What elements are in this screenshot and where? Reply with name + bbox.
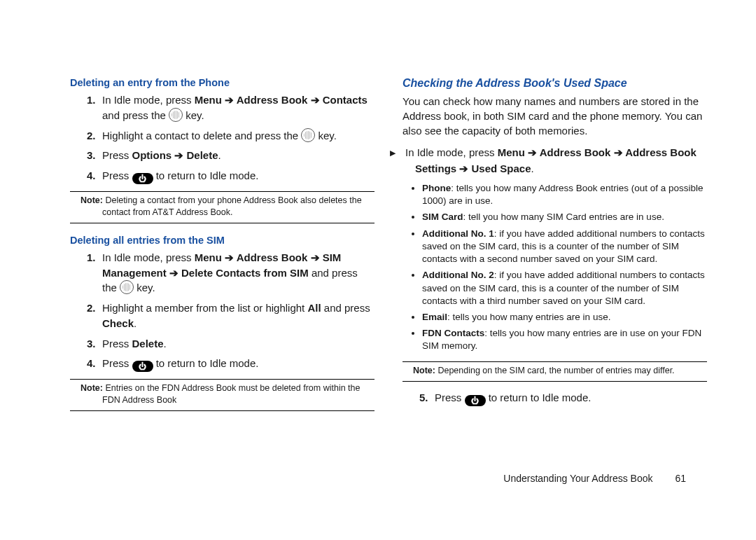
left-column: Deleting an entry from the Phone 1.In Id… <box>70 77 374 469</box>
used-space-bullets: Phone: tells you how many Address Book e… <box>422 182 707 353</box>
list-item: 4.Press ⏻ to return to Idle mode. <box>102 168 374 184</box>
list-item: SIM Card: tell you how many SIM Card ent… <box>422 211 707 223</box>
list-item: 3.Press Delete. <box>102 336 374 352</box>
list-item: FDN Contacts: tells you how many entries… <box>422 327 707 352</box>
note-delete-entry-phone: Note: Deleting a contact from your phone… <box>70 195 374 219</box>
list-item: 1.In Idle mode, press Menu ➔ Address Boo… <box>102 250 374 296</box>
divider <box>70 379 374 380</box>
steps-delete-entry-phone: 1.In Idle mode, press Menu ➔ Address Boo… <box>70 92 374 184</box>
divider <box>70 223 374 223</box>
chapter-title: Understanding Your Address Book <box>503 473 652 484</box>
intro-used-space: You can check how many names and numbers… <box>402 94 707 138</box>
manual-page: Deleting an entry from the Phone 1.In Id… <box>0 0 756 540</box>
list-item: Additional No. 2: if you have added addi… <box>422 269 707 307</box>
page-number: 61 <box>675 473 686 484</box>
heading-delete-all-sim: Deleting all entries from the SIM <box>70 235 374 246</box>
ok-key-icon <box>301 128 315 142</box>
list-item: 1.In Idle mode, press Menu ➔ Address Boo… <box>102 92 374 123</box>
divider <box>70 410 374 411</box>
note-used-space: Note: Depending on the SIM card, the num… <box>402 365 707 377</box>
list-item: Additional No. 1: if you have added addi… <box>422 228 707 266</box>
note-delete-all-sim: Note: Entries on the FDN Address Book mu… <box>70 382 374 406</box>
list-item: 3.Press Options ➔ Delete. <box>102 148 374 163</box>
ok-key-icon <box>120 280 134 294</box>
ok-key-icon <box>169 108 183 122</box>
step-5: 5.Press ⏻ to return to Idle mode. <box>402 390 707 406</box>
page-footer: Understanding Your Address Book 61 <box>503 473 686 484</box>
list-item: 5.Press ⏻ to return to Idle mode. <box>435 390 707 406</box>
divider <box>402 361 707 362</box>
heading-delete-entry-phone: Deleting an entry from the Phone <box>70 77 374 88</box>
end-key-icon: ⏻ <box>132 361 153 372</box>
divider <box>70 191 374 192</box>
columns: Deleting an entry from the Phone 1.In Id… <box>70 77 707 469</box>
list-item: Email: tells you how many entries are in… <box>422 311 707 324</box>
list-item: 2.Highlight a contact to delete and pres… <box>102 128 374 144</box>
heading-used-space: Checking the Address Book's Used Space <box>402 77 707 90</box>
right-column: Checking the Address Book's Used Space Y… <box>402 77 707 469</box>
divider <box>402 381 707 382</box>
list-item: Phone: tells you how many Address Book e… <box>422 182 707 207</box>
list-item: 4.Press ⏻ to return to Idle mode. <box>102 356 374 372</box>
end-key-icon: ⏻ <box>465 395 486 406</box>
steps-delete-all-sim: 1.In Idle mode, press Menu ➔ Address Boo… <box>70 250 374 373</box>
list-item: 2.Highlight a member from the list or hi… <box>102 300 374 331</box>
nav-sequence-used-space: ▶In Idle mode, press Menu ➔ Address Book… <box>402 145 707 176</box>
end-key-icon: ⏻ <box>132 173 153 184</box>
